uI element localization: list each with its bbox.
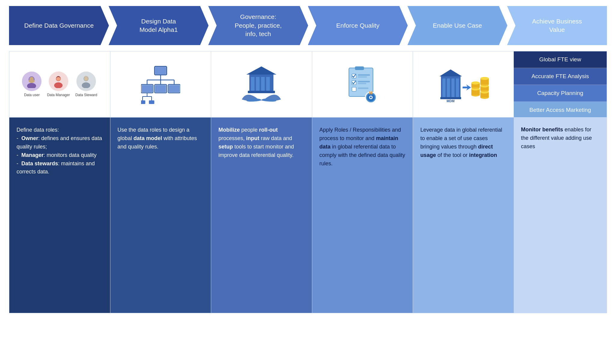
svg-point-10: [84, 77, 88, 81]
chevron-item-3: Enforce Quality: [308, 6, 408, 45]
user-icon: [25, 75, 38, 88]
svg-rect-59: [440, 97, 461, 99]
svg-rect-29: [149, 100, 154, 104]
desc-area-4: Leverage data in global referential to e…: [413, 118, 514, 313]
checklist-icon: [344, 65, 380, 104]
chevron-item-1: Design DataModel Alpha1: [109, 6, 208, 45]
svg-point-9: [82, 82, 90, 88]
svg-rect-44: [358, 83, 366, 84]
desc-text-3: Apply Roles / Responsibilities and proce…: [319, 127, 405, 167]
manager-icon: [52, 75, 65, 88]
chevron-header: Define Data Governance Design DataModel …: [9, 6, 607, 45]
icon-area-4: MDM: [413, 51, 514, 118]
desc-area-0: Define data roles: - Owner: defines and …: [9, 118, 110, 313]
person-data-steward: Data Steward: [75, 72, 97, 97]
svg-marker-58: [439, 69, 462, 76]
svg-rect-31: [251, 77, 254, 91]
svg-rect-36: [248, 91, 275, 93]
svg-rect-40: [358, 74, 370, 76]
desc-text-5: Monitor benefits enables for the differe…: [521, 127, 592, 149]
governance-icon: [240, 65, 282, 104]
svg-rect-46: [358, 87, 368, 89]
person-data-user: Data user: [22, 72, 42, 97]
svg-marker-35: [246, 66, 276, 75]
chevron-label-2: Governance:People, practice,info, tech: [235, 13, 282, 38]
main-content: Data user Data: [9, 51, 607, 313]
mdm-icon: MDM: [438, 65, 489, 104]
icon-area-1: [110, 51, 211, 118]
icon-area-2: [211, 51, 312, 118]
fte-btn-capacity[interactable]: Capacity Planning: [514, 85, 607, 102]
svg-rect-43: [358, 81, 370, 82]
chevron-label-3: Enforce Quality: [336, 21, 380, 30]
chevron-label-5: Achieve BusinessValue: [532, 17, 582, 34]
fte-btn-label-2: Capacity Planning: [537, 90, 583, 96]
svg-rect-52: [371, 91, 372, 94]
desc-area-2: Mobilize people roll-out processes, inpu…: [211, 118, 312, 313]
fte-btn-access[interactable]: Better Access Marketing: [514, 102, 607, 119]
column-2: Mobilize people roll-out processes, inpu…: [211, 51, 312, 313]
svg-rect-51: [369, 91, 371, 94]
fte-btn-label-3: Better Access Marketing: [529, 107, 591, 113]
column-3: Apply Roles / Responsibilities and proce…: [312, 51, 413, 313]
chevron-item-4: Enable Use Case: [408, 6, 507, 45]
fte-btn-global[interactable]: Global FTE view: [514, 51, 607, 68]
desc-text-0: Define data roles: - Owner: defines and …: [17, 127, 102, 175]
icon-area-0: Data user Data: [9, 51, 110, 118]
svg-rect-45: [352, 87, 356, 91]
person-data-manager: Data Manager: [47, 72, 70, 97]
svg-rect-34: [266, 77, 270, 91]
svg-rect-55: [447, 78, 450, 97]
column-0: Data user Data: [9, 51, 110, 313]
svg-point-6: [54, 82, 63, 88]
person-label-1: Data Manager: [47, 93, 70, 97]
fte-btn-label-0: Global FTE view: [539, 56, 581, 63]
fte-btn-label-1: Accurate FTE Analysis: [531, 73, 589, 79]
desc-area-1: Use the data roles to design a global da…: [110, 118, 211, 313]
person-label-0: Data user: [24, 93, 40, 97]
person-label-2: Data Steward: [75, 93, 97, 97]
svg-rect-28: [141, 100, 145, 104]
desc-text-2: Mobilize people roll-out processes, inpu…: [218, 127, 294, 158]
svg-point-75: [480, 77, 489, 80]
svg-rect-54: [442, 78, 445, 97]
icon-area-3: [312, 51, 413, 118]
org-chart-icon: [141, 65, 180, 104]
svg-rect-56: [451, 78, 454, 97]
svg-point-4: [29, 79, 35, 83]
chevron-label-4: Enable Use Case: [433, 21, 482, 30]
column-5: Global FTE view Accurate FTE Analysis Ca…: [514, 51, 607, 313]
column-1: Use the data roles to design a global da…: [110, 51, 211, 313]
desc-area-5: Monitor benefits enables for the differe…: [514, 117, 607, 313]
chevron-label-1: Design DataModel Alpha1: [140, 17, 178, 34]
steward-icon: [79, 75, 93, 88]
fte-btn-accurate[interactable]: Accurate FTE Analysis: [514, 68, 607, 85]
svg-point-50: [370, 96, 372, 98]
svg-rect-21: [155, 85, 166, 92]
svg-rect-19: [142, 85, 152, 92]
svg-rect-38: [355, 66, 364, 70]
svg-point-66: [471, 81, 480, 84]
column-4: MDM: [413, 51, 514, 313]
svg-text:MDM: MDM: [447, 99, 454, 103]
chevron-label-0: Define Data Governance: [24, 21, 94, 30]
chevron-item-5: Achieve BusinessValue: [507, 6, 607, 45]
chevron-item-2: Governance:People, practice,info, tech: [208, 6, 308, 45]
desc-text-1: Use the data roles to design a global da…: [118, 127, 197, 150]
svg-rect-23: [169, 85, 180, 92]
desc-text-4: Leverage data in global referential to e…: [420, 127, 502, 158]
person-group: Data user Data: [22, 72, 97, 97]
svg-rect-32: [256, 77, 260, 91]
svg-rect-57: [456, 78, 459, 97]
chevron-item-0: Define Data Governance: [9, 6, 109, 45]
svg-rect-12: [155, 67, 166, 74]
svg-point-1: [27, 83, 36, 88]
desc-area-3: Apply Roles / Responsibilities and proce…: [312, 118, 413, 313]
fte-buttons: Global FTE view Accurate FTE Analysis Ca…: [514, 51, 607, 119]
icon-area-5: Global FTE view Accurate FTE Analysis Ca…: [514, 51, 607, 117]
page-wrapper: Define Data Governance Design DataModel …: [0, 0, 616, 319]
svg-rect-41: [358, 76, 367, 78]
svg-rect-33: [261, 77, 265, 91]
